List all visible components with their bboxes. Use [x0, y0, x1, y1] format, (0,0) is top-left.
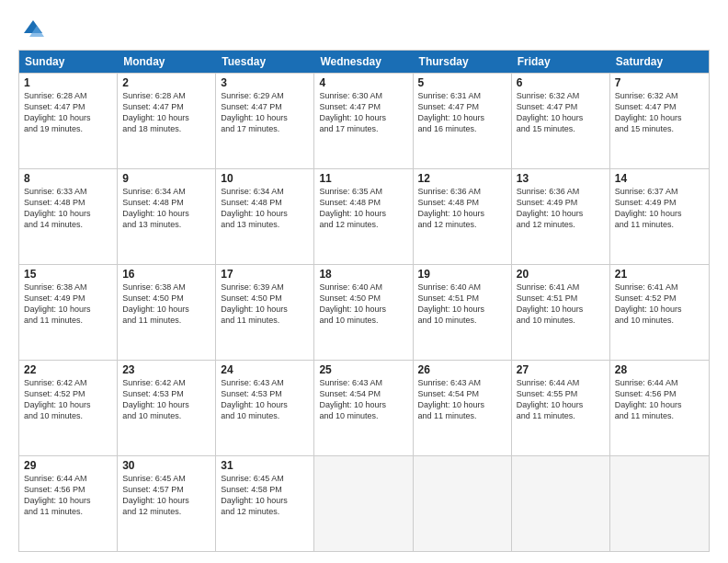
- day-number: 19: [418, 268, 506, 281]
- table-row: 16Sunrise: 6:38 AM Sunset: 4:50 PM Dayli…: [118, 265, 216, 360]
- header-day-thursday: Thursday: [414, 51, 512, 73]
- table-row: 23Sunrise: 6:42 AM Sunset: 4:53 PM Dayli…: [118, 361, 216, 455]
- table-row: 21Sunrise: 6:41 AM Sunset: 4:52 PM Dayli…: [610, 265, 709, 360]
- day-number: 7: [615, 76, 704, 89]
- day-number: 18: [319, 268, 407, 281]
- day-info: Sunrise: 6:30 AM Sunset: 4:47 PM Dayligh…: [319, 90, 407, 135]
- day-info: Sunrise: 6:38 AM Sunset: 4:49 PM Dayligh…: [24, 282, 112, 327]
- day-info: Sunrise: 6:38 AM Sunset: 4:50 PM Dayligh…: [122, 282, 210, 327]
- day-number: 8: [24, 172, 112, 185]
- table-row: 7Sunrise: 6:32 AM Sunset: 4:47 PM Daylig…: [610, 74, 709, 168]
- table-row: 11Sunrise: 6:35 AM Sunset: 4:48 PM Dayli…: [314, 169, 413, 264]
- day-info: Sunrise: 6:32 AM Sunset: 4:47 PM Dayligh…: [615, 90, 704, 135]
- calendar-row: 15Sunrise: 6:38 AM Sunset: 4:49 PM Dayli…: [19, 264, 709, 360]
- day-number: 30: [122, 459, 210, 472]
- day-number: 17: [221, 268, 309, 281]
- day-number: 23: [122, 363, 210, 376]
- table-row: 10Sunrise: 6:34 AM Sunset: 4:48 PM Dayli…: [216, 169, 314, 264]
- day-number: 3: [221, 76, 309, 89]
- table-row: 19Sunrise: 6:40 AM Sunset: 4:51 PM Dayli…: [414, 265, 512, 360]
- table-row: 26Sunrise: 6:43 AM Sunset: 4:54 PM Dayli…: [414, 361, 512, 455]
- table-row: 9Sunrise: 6:34 AM Sunset: 4:48 PM Daylig…: [118, 169, 216, 264]
- day-info: Sunrise: 6:33 AM Sunset: 4:48 PM Dayligh…: [24, 186, 112, 231]
- day-info: Sunrise: 6:44 AM Sunset: 4:55 PM Dayligh…: [517, 377, 605, 422]
- day-number: 26: [418, 363, 506, 376]
- table-row: 5Sunrise: 6:31 AM Sunset: 4:47 PM Daylig…: [414, 74, 512, 168]
- day-number: 13: [517, 172, 605, 185]
- table-row: [512, 456, 610, 551]
- day-number: 20: [517, 268, 605, 281]
- calendar: SundayMondayTuesdayWednesdayThursdayFrid…: [18, 50, 710, 552]
- header-day-tuesday: Tuesday: [216, 51, 314, 73]
- day-number: 12: [418, 172, 506, 185]
- logo: [18, 17, 48, 42]
- day-number: 22: [24, 363, 112, 376]
- table-row: [414, 456, 512, 551]
- day-info: Sunrise: 6:45 AM Sunset: 4:57 PM Dayligh…: [122, 473, 210, 518]
- table-row: 30Sunrise: 6:45 AM Sunset: 4:57 PM Dayli…: [118, 456, 216, 551]
- day-info: Sunrise: 6:28 AM Sunset: 4:47 PM Dayligh…: [122, 90, 210, 135]
- header: [18, 17, 710, 42]
- day-info: Sunrise: 6:42 AM Sunset: 4:53 PM Dayligh…: [122, 377, 210, 422]
- table-row: 12Sunrise: 6:36 AM Sunset: 4:48 PM Dayli…: [414, 169, 512, 264]
- day-number: 21: [615, 268, 704, 281]
- day-info: Sunrise: 6:36 AM Sunset: 4:48 PM Dayligh…: [418, 186, 506, 231]
- day-number: 28: [615, 363, 704, 376]
- day-info: Sunrise: 6:35 AM Sunset: 4:48 PM Dayligh…: [319, 186, 407, 231]
- calendar-header: SundayMondayTuesdayWednesdayThursdayFrid…: [19, 51, 709, 73]
- table-row: 22Sunrise: 6:42 AM Sunset: 4:52 PM Dayli…: [19, 361, 118, 455]
- day-number: 10: [221, 172, 309, 185]
- day-info: Sunrise: 6:41 AM Sunset: 4:51 PM Dayligh…: [517, 282, 605, 327]
- day-info: Sunrise: 6:36 AM Sunset: 4:49 PM Dayligh…: [517, 186, 605, 231]
- day-number: 24: [221, 363, 309, 376]
- day-info: Sunrise: 6:43 AM Sunset: 4:53 PM Dayligh…: [221, 377, 309, 422]
- calendar-body: 1Sunrise: 6:28 AM Sunset: 4:47 PM Daylig…: [19, 73, 709, 551]
- day-info: Sunrise: 6:28 AM Sunset: 4:47 PM Dayligh…: [24, 90, 112, 135]
- table-row: 29Sunrise: 6:44 AM Sunset: 4:56 PM Dayli…: [19, 456, 118, 551]
- day-number: 1: [24, 76, 112, 89]
- table-row: 6Sunrise: 6:32 AM Sunset: 4:47 PM Daylig…: [512, 74, 610, 168]
- table-row: 27Sunrise: 6:44 AM Sunset: 4:55 PM Dayli…: [512, 361, 610, 455]
- table-row: 25Sunrise: 6:43 AM Sunset: 4:54 PM Dayli…: [314, 361, 413, 455]
- header-day-wednesday: Wednesday: [314, 51, 413, 73]
- header-day-sunday: Sunday: [19, 51, 118, 73]
- day-info: Sunrise: 6:42 AM Sunset: 4:52 PM Dayligh…: [24, 377, 112, 422]
- day-number: 11: [319, 172, 407, 185]
- header-day-monday: Monday: [118, 51, 216, 73]
- calendar-row: 8Sunrise: 6:33 AM Sunset: 4:48 PM Daylig…: [19, 168, 709, 264]
- table-row: 13Sunrise: 6:36 AM Sunset: 4:49 PM Dayli…: [512, 169, 610, 264]
- table-row: [314, 456, 413, 551]
- day-number: 5: [418, 76, 506, 89]
- day-info: Sunrise: 6:34 AM Sunset: 4:48 PM Dayligh…: [122, 186, 210, 231]
- day-number: 25: [319, 363, 407, 376]
- day-number: 29: [24, 459, 112, 472]
- day-number: 31: [221, 459, 309, 472]
- day-number: 27: [517, 363, 605, 376]
- table-row: 24Sunrise: 6:43 AM Sunset: 4:53 PM Dayli…: [216, 361, 314, 455]
- table-row: [610, 456, 709, 551]
- day-info: Sunrise: 6:40 AM Sunset: 4:51 PM Dayligh…: [418, 282, 506, 327]
- calendar-row: 22Sunrise: 6:42 AM Sunset: 4:52 PM Dayli…: [19, 360, 709, 455]
- day-info: Sunrise: 6:45 AM Sunset: 4:58 PM Dayligh…: [221, 473, 309, 518]
- day-number: 16: [122, 268, 210, 281]
- day-number: 4: [319, 76, 407, 89]
- day-number: 6: [517, 76, 605, 89]
- calendar-row: 1Sunrise: 6:28 AM Sunset: 4:47 PM Daylig…: [19, 73, 709, 168]
- table-row: 28Sunrise: 6:44 AM Sunset: 4:56 PM Dayli…: [610, 361, 709, 455]
- day-info: Sunrise: 6:43 AM Sunset: 4:54 PM Dayligh…: [319, 377, 407, 422]
- table-row: 14Sunrise: 6:37 AM Sunset: 4:49 PM Dayli…: [610, 169, 709, 264]
- day-info: Sunrise: 6:44 AM Sunset: 4:56 PM Dayligh…: [24, 473, 112, 518]
- day-info: Sunrise: 6:29 AM Sunset: 4:47 PM Dayligh…: [221, 90, 309, 135]
- day-info: Sunrise: 6:37 AM Sunset: 4:49 PM Dayligh…: [615, 186, 704, 231]
- day-info: Sunrise: 6:43 AM Sunset: 4:54 PM Dayligh…: [418, 377, 506, 422]
- table-row: 1Sunrise: 6:28 AM Sunset: 4:47 PM Daylig…: [19, 74, 118, 168]
- day-number: 15: [24, 268, 112, 281]
- page: SundayMondayTuesdayWednesdayThursdayFrid…: [0, 0, 728, 563]
- table-row: 4Sunrise: 6:30 AM Sunset: 4:47 PM Daylig…: [314, 74, 413, 168]
- header-day-saturday: Saturday: [610, 51, 709, 73]
- table-row: 20Sunrise: 6:41 AM Sunset: 4:51 PM Dayli…: [512, 265, 610, 360]
- day-info: Sunrise: 6:40 AM Sunset: 4:50 PM Dayligh…: [319, 282, 407, 327]
- day-info: Sunrise: 6:32 AM Sunset: 4:47 PM Dayligh…: [517, 90, 605, 135]
- day-info: Sunrise: 6:41 AM Sunset: 4:52 PM Dayligh…: [615, 282, 704, 327]
- table-row: 8Sunrise: 6:33 AM Sunset: 4:48 PM Daylig…: [19, 169, 118, 264]
